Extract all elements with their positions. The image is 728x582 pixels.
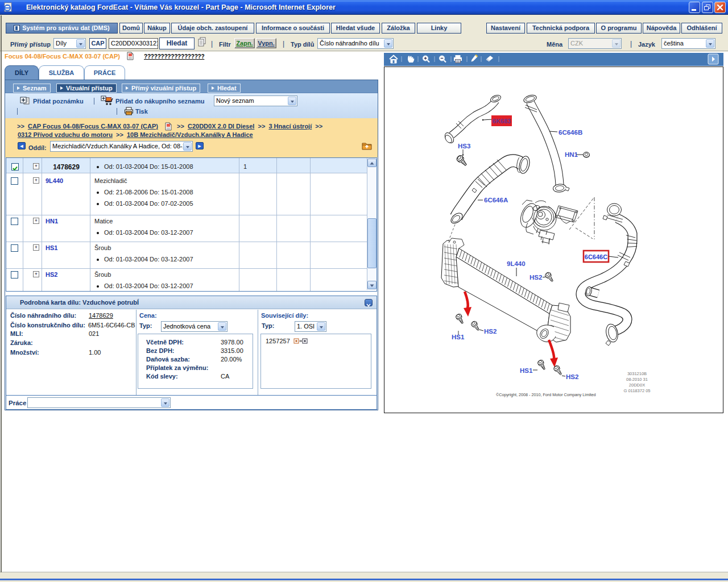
svg-text:HS2: HS2 — [566, 373, 578, 380]
svg-text:HN1: HN1 — [565, 151, 578, 158]
svg-text:HS3: HS3 — [458, 143, 470, 149]
svg-text:08-2010 31: 08-2010 31 — [626, 377, 648, 382]
svg-text:6C646C: 6C646C — [585, 253, 607, 260]
svg-text:HS2: HS2 — [530, 274, 542, 281]
svg-text:9L440: 9L440 — [507, 260, 526, 267]
svg-text:HS1: HS1 — [452, 334, 465, 340]
svg-text:20DD0X: 20DD0X — [629, 383, 645, 388]
svg-text:6K683: 6K683 — [493, 118, 511, 124]
svg-text:HS2: HS2 — [484, 328, 497, 335]
svg-text:©Copyright, 2008 - 2010, Ford: ©Copyright, 2008 - 2010, Ford Motor Comp… — [496, 392, 595, 397]
svg-text:G 0118372 05: G 0118372 05 — [624, 388, 651, 393]
svg-text:HS1: HS1 — [520, 367, 533, 374]
svg-text:6C646B: 6C646B — [559, 129, 582, 136]
svg-text:3031210B: 3031210B — [627, 371, 647, 376]
svg-text:6C646A: 6C646A — [484, 197, 508, 203]
